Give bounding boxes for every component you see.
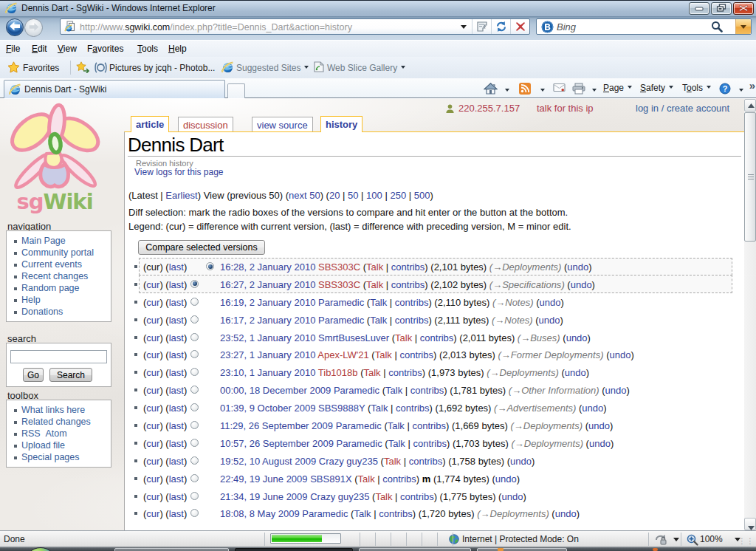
cur-link[interactable]: cur [146, 297, 159, 308]
paging-link[interactable]: 100 [366, 190, 382, 201]
search-button[interactable]: Search [49, 368, 92, 382]
cur-link[interactable]: cur [146, 403, 159, 414]
paging-link[interactable]: 500 [414, 190, 430, 201]
zoom-level[interactable]: 100% [700, 534, 723, 544]
diff-radio-old[interactable] [190, 350, 199, 358]
user-contribs-link[interactable]: contribs [391, 261, 425, 273]
sidebar-link[interactable]: RSS [21, 428, 41, 439]
undo-link[interactable]: undo [605, 385, 627, 396]
last-link[interactable]: last [169, 332, 184, 343]
section-link[interactable]: →Notes [495, 315, 529, 326]
cur-link[interactable]: cur [146, 456, 159, 467]
cur-link[interactable]: cur [146, 385, 159, 396]
revision-date-link[interactable]: 00:00, 18 December 2009 [220, 385, 331, 396]
undo-link[interactable]: undo [589, 438, 611, 449]
user-talk-link[interactable]: Talk [370, 297, 387, 308]
undo-link[interactable]: undo [510, 456, 532, 467]
browser-tab[interactable]: Dennis Dart - SgWiki [4, 80, 225, 98]
last-link[interactable]: last [169, 349, 184, 360]
user-link[interactable]: Apex-LW'21 [317, 349, 368, 360]
close-button[interactable] [733, 2, 754, 15]
revision-date-link[interactable]: 23:52, 1 January 2010 [220, 332, 315, 343]
taskbar-button-active[interactable] [235, 548, 353, 551]
cur-link[interactable]: cur [146, 349, 159, 360]
section-link[interactable]: →Deployments [490, 367, 556, 378]
revision-date-link[interactable]: 16:27, 2 January 2010 [220, 279, 315, 290]
cur-link[interactable]: cur [146, 438, 159, 449]
user-talk-link[interactable]: Talk [366, 279, 383, 290]
revision-date-link[interactable]: 16:19, 2 January 2010 [220, 297, 315, 308]
start-orb-icon[interactable] [24, 547, 57, 551]
section-link[interactable]: →Specifications [492, 279, 561, 290]
help-button[interactable]: ? [719, 83, 731, 97]
last-link[interactable]: last [169, 473, 184, 485]
user-link[interactable]: SBS891X [310, 473, 351, 485]
last-link[interactable]: last [169, 315, 184, 326]
sidebar-link[interactable]: Recent changes [21, 271, 88, 281]
revision-date-link[interactable]: 23:27, 1 January 2010 [220, 349, 315, 360]
cur-link[interactable]: cur [146, 473, 159, 485]
user-contribs-link[interactable]: contribs [382, 473, 416, 485]
vertical-scrollbar[interactable] [744, 99, 756, 530]
user-link[interactable]: Paramedic [337, 438, 382, 449]
menu-item-tools[interactable]: Tools [137, 44, 158, 54]
wiki-tab-link[interactable]: view source [257, 120, 308, 131]
last-link[interactable]: last [169, 456, 184, 467]
search-magnifier-icon[interactable] [711, 21, 723, 35]
user-link[interactable]: SmrtBusesLuver [318, 332, 389, 343]
user-link[interactable]: Paramedic [302, 508, 348, 519]
go-button[interactable]: Go [23, 368, 44, 382]
user-talk-link[interactable]: Talk [354, 508, 371, 519]
menu-item-edit[interactable]: Edit [32, 44, 47, 54]
feeds-button[interactable] [519, 83, 531, 97]
revision-date-link[interactable]: 18:08, 8 May 2009 [220, 508, 300, 519]
sidebar-link[interactable]: Random page [21, 283, 80, 293]
print-button-dropdown[interactable] [588, 86, 597, 96]
menu-item-view[interactable]: View [58, 44, 77, 54]
diff-radio-old[interactable] [190, 386, 199, 394]
revision-date-link[interactable]: 01:39, 9 October 2009 [220, 403, 315, 414]
scrollbar-up-arrow[interactable] [744, 99, 756, 112]
diff-radio-old[interactable] [190, 403, 199, 411]
user-talk-link[interactable]: Talk [375, 349, 392, 360]
user-link[interactable]: Crazy guy235 [319, 456, 378, 467]
wiki-tab-link[interactable]: history [326, 119, 357, 130]
sgwiki-logo[interactable]: sgWiki [0, 102, 111, 214]
wiki-tab-view-source[interactable]: view source [252, 117, 313, 131]
undo-link[interactable]: undo [609, 349, 630, 360]
favbar-item-suggested-sites[interactable]: Suggested Sites [236, 63, 309, 73]
revision-date-link[interactable]: 11:29, 26 September 2009 [220, 420, 333, 431]
user-link[interactable]: Paramedic [318, 297, 364, 308]
cur-link[interactable]: cur [146, 420, 159, 431]
revision-date-link[interactable]: 23:10, 1 January 2010 [220, 367, 315, 378]
cur-link[interactable]: cur [146, 508, 159, 519]
user-contribs-link[interactable]: contribs [395, 315, 429, 326]
search-options-dropdown[interactable] [735, 19, 751, 34]
diff-radio-old[interactable] [190, 280, 199, 288]
compatibility-view-button[interactable] [472, 19, 491, 34]
undo-link[interactable]: undo [555, 508, 577, 519]
taskbar-button[interactable] [477, 548, 567, 551]
wiki-tab-history[interactable]: history [320, 116, 362, 132]
wiki-tab-discussion[interactable]: discussion [178, 117, 233, 131]
paging-link[interactable]: 20 [329, 190, 340, 201]
user-talk-link[interactable]: Talk [370, 315, 387, 326]
undo-link[interactable]: undo [495, 473, 517, 485]
user-talk-link[interactable]: Talk [363, 367, 380, 378]
user-link[interactable]: Crazy guy235 [310, 491, 369, 502]
url-field[interactable]: http://www.sgwiki.com/index.php?title=De… [60, 18, 530, 35]
revision-date-link[interactable]: 21:34, 19 June 2009 [220, 491, 308, 502]
paging-link[interactable]: 250 [390, 190, 406, 201]
print-button[interactable] [572, 83, 585, 97]
diff-radio-old[interactable] [190, 456, 199, 465]
section-link[interactable]: →Deployments [514, 420, 580, 431]
feeds-button-dropdown[interactable] [537, 86, 545, 96]
scrollbar-thumb[interactable] [744, 112, 756, 242]
section-link[interactable]: →Deployments [492, 261, 558, 273]
undo-link[interactable]: undo [501, 491, 523, 502]
page-menu-button[interactable]: Page [603, 83, 632, 93]
sidebar-link[interactable]: Related changes [21, 417, 91, 427]
user-talk-link[interactable]: Talk [366, 261, 383, 273]
stop-button[interactable] [510, 19, 529, 34]
user-link[interactable]: Tib1018b [318, 367, 358, 378]
